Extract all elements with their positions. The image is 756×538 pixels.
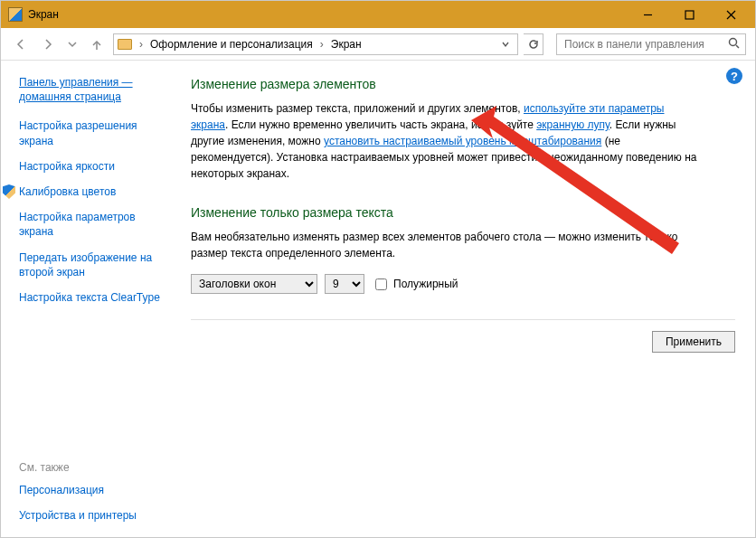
search-box[interactable] (556, 33, 746, 55)
control-panel-home-link[interactable]: Панель управления — домашняя страница (19, 75, 171, 104)
apply-button[interactable]: Применить (652, 331, 735, 353)
up-button[interactable] (86, 33, 108, 55)
sidebar-link-color-calibration[interactable]: Калибровка цветов (19, 184, 116, 199)
back-button[interactable] (10, 33, 32, 55)
close-button[interactable] (710, 1, 751, 28)
divider (191, 319, 735, 320)
svg-line-6 (736, 45, 739, 48)
heading-resize-elements: Изменение размера элементов (191, 77, 735, 91)
address-bar[interactable]: › Оформление и персонализация › Экран (113, 33, 518, 55)
display-icon (8, 7, 23, 22)
paragraph-text-size: Вам необязательно изменять размер всех э… (191, 229, 697, 261)
sidebar-link-cleartype[interactable]: Настройка текста ClearType (19, 290, 171, 305)
link-custom-scaling[interactable]: установить настраиваемый уровень масштаб… (324, 135, 601, 147)
bold-checkbox-label[interactable]: Полужирный (372, 276, 458, 293)
breadcrumb-part[interactable]: Оформление и персонализация (150, 38, 313, 51)
font-size-select[interactable]: 9 (325, 274, 364, 294)
maximize-button[interactable] (668, 1, 710, 28)
svg-point-5 (730, 38, 737, 45)
forward-button[interactable] (37, 33, 59, 55)
element-select[interactable]: Заголовки окон (191, 274, 317, 294)
sidebar-link-project[interactable]: Передать изображение на второй экран (19, 250, 171, 279)
history-dropdown[interactable] (64, 33, 80, 55)
breadcrumb-part[interactable]: Экран (331, 38, 362, 51)
chevron-right-icon: › (317, 38, 327, 51)
search-icon (728, 37, 740, 52)
window-title: Экран (28, 8, 59, 21)
sidebar-link-resolution[interactable]: Настройка разрешения экрана (19, 118, 171, 147)
heading-text-size: Изменение только размера текста (191, 205, 735, 220)
address-dropdown[interactable] (497, 40, 514, 49)
search-input[interactable] (562, 37, 728, 52)
link-magnifier[interactable]: экранную лупу (536, 118, 610, 131)
minimize-button[interactable] (627, 1, 668, 28)
sidebar-link-brightness[interactable]: Настройка яркости (19, 159, 171, 174)
paragraph-resize-elements: Чтобы изменить размер текста, приложений… (191, 100, 697, 182)
see-also-personalization[interactable]: Персонализация (19, 483, 171, 497)
folder-icon (118, 39, 132, 50)
sidebar-link-display-settings[interactable]: Настройка параметров экрана (19, 210, 171, 239)
chevron-right-icon: › (136, 38, 146, 51)
see-also-devices[interactable]: Устройства и принтеры (19, 508, 171, 523)
text-size-controls: Заголовки окон 9 Полужирный (191, 274, 735, 294)
help-icon[interactable]: ? (726, 68, 742, 84)
control-panel-window: Экран › Оформление и персонализация (0, 0, 756, 538)
main-content: ? Изменение размера элементов Чтобы изме… (182, 61, 755, 537)
see-also-heading: См. также (19, 461, 171, 474)
refresh-button[interactable] (524, 33, 543, 55)
titlebar: Экран (1, 1, 755, 28)
bold-label-text: Полужирный (393, 278, 458, 290)
sidebar: Панель управления — домашняя страница На… (1, 61, 182, 537)
bold-checkbox[interactable] (375, 278, 387, 290)
svg-rect-1 (685, 11, 694, 19)
navigation-bar: › Оформление и персонализация › Экран (1, 28, 755, 61)
shield-icon (3, 184, 15, 199)
